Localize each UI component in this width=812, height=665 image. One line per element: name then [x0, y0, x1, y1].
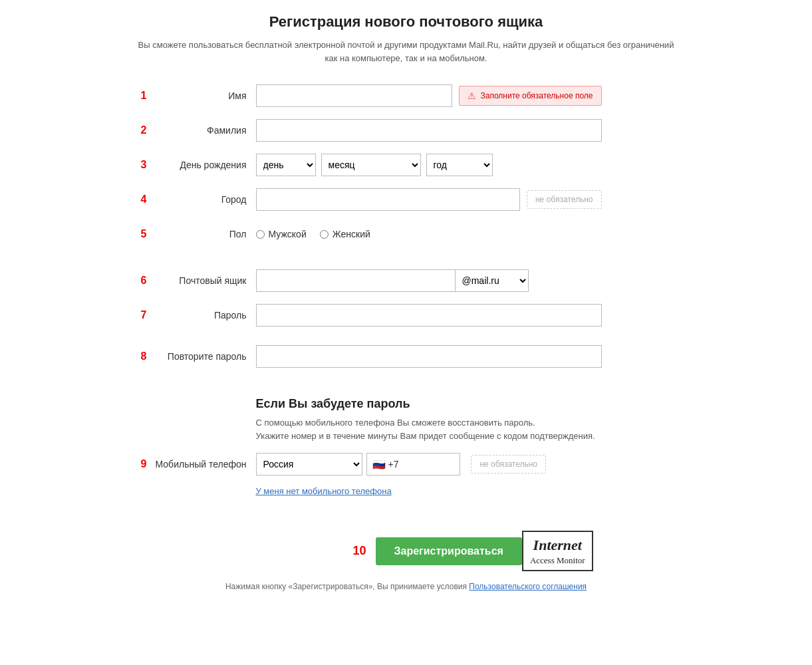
email-row: 6 Почтовый ящик @mail.ru @inbox.ru @list… — [134, 268, 679, 293]
city-field-group: не обязательно — [256, 188, 602, 211]
birthday-row: 3 День рождения день for(let i=1;i<=31;i… — [134, 152, 679, 178]
step-5-number: 5 — [134, 228, 147, 240]
submit-row: 10 Зарегистрироваться Internet Access Mo… — [134, 531, 679, 571]
first-name-error-badge: ⚠ Заполните обязательное поле — [459, 86, 601, 106]
password-row: 7 Пароль — [134, 303, 679, 328]
city-optional-badge: не обязательно — [527, 190, 602, 209]
birthday-day-select[interactable]: день for(let i=1;i<=31;i++) document.cur… — [256, 154, 316, 176]
phone-optional-badge: не обязательно — [471, 455, 546, 473]
last-name-input[interactable] — [256, 119, 602, 142]
first-name-label: Имя — [150, 90, 256, 101]
birthday-month-select[interactable]: месяц ЯнварьФевральМарт АпрельМайИюнь Ию… — [321, 154, 421, 176]
terms-link[interactable]: Пользовательского соглашения — [469, 582, 587, 591]
first-name-field-group: ⚠ Заполните обязательное поле — [256, 84, 602, 107]
step-9-number: 9 — [134, 458, 147, 470]
register-button[interactable]: Зарегистрироваться — [376, 537, 522, 565]
gender-male-radio[interactable] — [256, 230, 265, 239]
email-label: Почтовый ящик — [150, 275, 256, 286]
gender-field-group: Мужской Женский — [256, 229, 602, 239]
recovery-description: С помощью мобильного телефона Вы сможете… — [256, 416, 679, 442]
badge-internet-text: Internet — [530, 536, 585, 555]
last-name-label: Фамилия — [150, 125, 256, 136]
first-name-input[interactable] — [256, 84, 453, 107]
warning-icon: ⚠ — [468, 90, 476, 101]
password-label: Пароль — [150, 310, 256, 321]
email-input[interactable] — [256, 269, 456, 292]
page-subtitle: Вы сможете пользоваться бесплатной элект… — [134, 39, 679, 65]
password-confirm-field-group — [256, 345, 602, 368]
russia-flag-icon: 🇷🇺 — [372, 458, 386, 471]
gender-row: 5 Пол Мужской Женский — [134, 221, 679, 247]
gender-male-text: Мужской — [269, 229, 307, 239]
step-6-number: 6 — [134, 275, 147, 287]
recovery-title: Если Вы забудете пароль — [256, 397, 679, 411]
phone-row: 9 Мобильный телефон Россия 🇷🇺 +7 не обяз… — [134, 452, 679, 477]
submit-area: 10 Зарегистрироваться Internet Access Mo… — [134, 531, 593, 571]
step-3-number: 3 — [134, 159, 147, 171]
error-text: Заполните обязательное поле — [480, 91, 593, 100]
no-phone-link[interactable]: У меня нет мобильного телефона — [256, 486, 679, 496]
phone-field-group: Россия 🇷🇺 +7 не обязательно — [256, 453, 602, 475]
page-title: Регистрация нового почтового ящика — [134, 13, 679, 31]
step-2-number: 2 — [134, 124, 147, 136]
last-name-row: 2 Фамилия — [134, 118, 679, 143]
country-select[interactable]: Россия — [256, 453, 362, 475]
city-input[interactable] — [256, 188, 520, 211]
birthday-label: День рождения — [150, 160, 256, 170]
email-domain-select[interactable]: @mail.ru @inbox.ru @list.ru @bk.ru — [456, 269, 529, 292]
phone-label: Мобильный телефон — [150, 459, 256, 469]
birthday-field-group: день for(let i=1;i<=31;i++) document.cur… — [256, 154, 602, 176]
password-confirm-row: 8 Повторите пароль — [134, 344, 679, 369]
footer-text: Нажимая кнопку «Зарегистрироваться», Вы … — [134, 582, 679, 591]
password-field-group — [256, 304, 602, 327]
password-input[interactable] — [256, 304, 602, 327]
password-confirm-label: Повторите пароль — [150, 351, 256, 362]
step-1-number: 1 — [134, 90, 147, 102]
birthday-year-select[interactable]: год 202620252024202320222021202020192018… — [426, 154, 493, 176]
step-7-number: 7 — [134, 309, 147, 321]
city-row: 4 Город не обязательно — [134, 187, 679, 212]
step-4-number: 4 — [134, 194, 147, 205]
gender-female-label[interactable]: Женский — [320, 229, 370, 239]
step-10-number: 10 — [256, 544, 376, 558]
gender-female-text: Женский — [333, 229, 370, 239]
phone-prefix: +7 — [388, 459, 399, 469]
gender-male-label[interactable]: Мужской — [256, 229, 307, 239]
gender-label: Пол — [150, 229, 256, 239]
gender-female-radio[interactable] — [320, 230, 329, 239]
first-name-row: 1 Имя ⚠ Заполните обязательное поле — [134, 83, 679, 108]
internet-monitor-badge: Internet Access Monitor — [522, 531, 593, 571]
badge-access-text: Access Monitor — [530, 555, 585, 567]
city-label: Город — [150, 194, 256, 205]
email-field-group: @mail.ru @inbox.ru @list.ru @bk.ru — [256, 269, 602, 292]
password-confirm-input[interactable] — [256, 345, 602, 368]
last-name-field-group — [256, 119, 602, 142]
recovery-section: Если Вы забудете пароль С помощью мобиль… — [134, 397, 679, 496]
phone-number-input[interactable] — [401, 459, 454, 469]
step-8-number: 8 — [134, 350, 147, 362]
phone-input-wrapper: 🇷🇺 +7 — [366, 453, 461, 475]
